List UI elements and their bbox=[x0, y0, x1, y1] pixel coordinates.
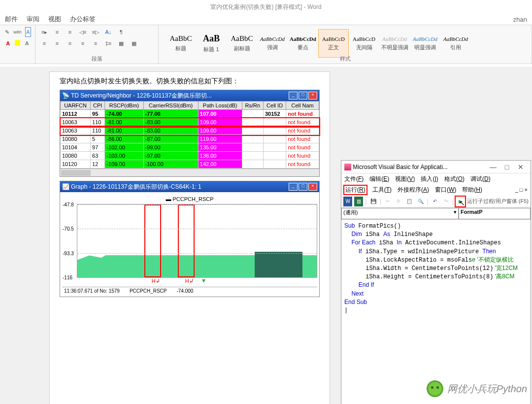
highlight-icon[interactable] bbox=[15, 40, 20, 46]
vba-menu-item[interactable]: 窗口(W) bbox=[435, 186, 456, 194]
col-header[interactable]: Cell Nam bbox=[286, 101, 319, 110]
restore-icon[interactable]: _ bbox=[515, 187, 520, 193]
table-row[interactable]: 10063110-81.00-83.00109.00not found bbox=[61, 127, 319, 135]
copy-icon[interactable]: ⎘ bbox=[394, 197, 403, 206]
vba-app-icon bbox=[344, 164, 351, 170]
format-painter-icon[interactable]: ✎ bbox=[4, 27, 10, 37]
table-row[interactable]: 100805-86.00-87.00119.00not found bbox=[61, 135, 319, 143]
table-row[interactable]: 1010497-102.00-99.00135.00not found bbox=[61, 143, 319, 152]
undo-icon[interactable]: ↶ bbox=[431, 197, 439, 206]
menu-office-tabs[interactable]: 办公标签 bbox=[70, 15, 96, 24]
col-header[interactable]: CarrierRSSI(dBm) bbox=[143, 101, 198, 110]
chart-plot: H↲ H↲ ▾ -47.8-70.5-93.3-116 bbox=[77, 204, 317, 278]
paste-icon[interactable]: 📋 bbox=[405, 197, 414, 206]
vba-menubar-2: 运行(R)工具(T)外接程序(A)窗口(W)帮助(H)_ □ × bbox=[341, 184, 531, 195]
document-page: 室内站点切换时发生切换失败。切换失败的信息如下列图： 📡 TD Serverin… bbox=[49, 71, 330, 404]
word-icon[interactable]: W bbox=[343, 197, 352, 206]
style-无间隔[interactable]: AaBbCcD无间隔 bbox=[349, 29, 379, 58]
col-header[interactable]: Cell ID bbox=[263, 101, 286, 110]
vba-menu-item[interactable]: 运行(R) bbox=[344, 186, 366, 194]
align-center-icon[interactable]: ≡ bbox=[52, 38, 62, 48]
sort-icon[interactable]: A↓ bbox=[103, 27, 113, 37]
char-border-icon[interactable]: A bbox=[25, 27, 31, 37]
vba-menu-item[interactable]: 调试(D) bbox=[470, 175, 491, 183]
style-正文[interactable]: AaBbCcD正文 bbox=[318, 29, 349, 58]
redo-icon[interactable]: ↷ bbox=[441, 197, 450, 206]
vba-menu-item[interactable]: 视图(V) bbox=[395, 175, 415, 183]
embed1-titlebar: 📡 TD Servering/Neighbor - 1226-101137金鹏俱… bbox=[60, 90, 319, 101]
char-shading-icon[interactable]: A bbox=[23, 38, 31, 48]
close-icon[interactable]: × bbox=[308, 92, 317, 100]
close-icon[interactable]: ✕ bbox=[514, 163, 528, 171]
close-icon[interactable]: × bbox=[308, 183, 317, 191]
vba-menu-item[interactable]: 文件(F) bbox=[344, 175, 364, 183]
style-明显强调[interactable]: AaBbCcDd明显强调 bbox=[410, 29, 440, 58]
minimize-icon[interactable]: _ bbox=[289, 183, 298, 191]
table-row[interactable]: 1008063-103.00-97.00136.00not found bbox=[61, 152, 319, 160]
maximize-icon[interactable]: □ bbox=[299, 92, 307, 100]
vba-menu-item[interactable]: 格式(O) bbox=[444, 175, 465, 183]
cut-icon[interactable]: ✂ bbox=[383, 197, 392, 206]
col-header[interactable]: Path Loss(dB) bbox=[198, 101, 242, 110]
col-header[interactable]: CPI bbox=[91, 101, 105, 110]
style-不明显强调[interactable]: AaBbCcDd不明显强调 bbox=[379, 29, 410, 58]
marker-label-1: H↲ bbox=[152, 278, 160, 284]
max-icon[interactable]: □ bbox=[520, 187, 525, 193]
shading-icon[interactable]: ▦ bbox=[116, 38, 126, 48]
maximize-icon[interactable]: □ bbox=[299, 183, 307, 191]
paragraph-label: 段落 bbox=[35, 55, 158, 63]
multilevel-icon[interactable]: ≡ bbox=[65, 27, 75, 37]
inc-indent-icon[interactable]: ≡▷ bbox=[91, 27, 100, 37]
minimize-icon[interactable]: — bbox=[486, 163, 500, 171]
menu-view[interactable]: 视图 bbox=[48, 15, 61, 24]
minimize-icon[interactable]: _ bbox=[289, 92, 298, 100]
y-tick: -116 bbox=[63, 275, 72, 280]
style-标题 1[interactable]: AaB标题 1 bbox=[196, 29, 227, 58]
col-header[interactable]: Rs/Rn bbox=[242, 101, 263, 110]
close-icon[interactable]: × bbox=[525, 187, 528, 193]
borders-icon[interactable]: ▦ bbox=[129, 38, 139, 48]
marker-label-2: H↲ bbox=[185, 278, 194, 284]
save-icon[interactable]: 💾 bbox=[369, 197, 378, 206]
y-tick: -93.3 bbox=[63, 250, 74, 256]
show-marks-icon[interactable]: ¶ bbox=[116, 27, 126, 37]
style-副标题[interactable]: AaBbC副标题 bbox=[227, 29, 257, 58]
phonetic-guide-icon[interactable]: wén bbox=[13, 27, 22, 37]
menu-review[interactable]: 审阅 bbox=[27, 15, 39, 24]
run-button[interactable]: ▶↖ bbox=[456, 197, 465, 206]
code-editor[interactable]: Sub FormatPics() Dim iSha As InlineShape… bbox=[341, 220, 531, 404]
maximize-icon[interactable]: □ bbox=[500, 163, 514, 171]
vba-menu-item[interactable]: 工具(T) bbox=[372, 186, 392, 194]
align-left-icon[interactable]: ≡ bbox=[39, 38, 49, 48]
vba-menubar: 文件(F)编辑(E)视图(V)插入(I)格式(O)调试(D) bbox=[341, 173, 531, 184]
dec-indent-icon[interactable]: ◁≡ bbox=[78, 27, 88, 37]
vba-menu-item[interactable]: 插入(I) bbox=[421, 175, 438, 183]
col-header[interactable]: RSCP(dBm) bbox=[105, 101, 143, 110]
vba-menu-item[interactable]: 编辑(E) bbox=[369, 175, 389, 183]
proc-combo[interactable]: FormatP bbox=[459, 208, 531, 219]
font-color-icon[interactable]: A bbox=[4, 38, 12, 48]
find-icon[interactable]: 🔍 bbox=[416, 197, 425, 206]
style-强调[interactable]: AaBbCcDd强调 bbox=[257, 29, 288, 58]
table-row[interactable]: 1011295-74.00-77.00107.0030152not found bbox=[61, 110, 319, 118]
numbering-icon[interactable]: ≡ bbox=[52, 27, 62, 37]
justify-icon[interactable]: ≡ bbox=[78, 38, 88, 48]
menu-mail[interactable]: 邮件 bbox=[5, 15, 18, 24]
style-要点[interactable]: AaBbCcDd要点 bbox=[288, 29, 318, 58]
hscrollbar[interactable] bbox=[60, 168, 319, 176]
vba-titlebar[interactable]: Microsoft Visual Basic for Applicati... … bbox=[341, 161, 531, 173]
align-right-icon[interactable]: ≡ bbox=[65, 38, 75, 48]
style-标题[interactable]: AaBbC标题 bbox=[166, 29, 196, 58]
line-spacing-icon[interactable]: ‡≡ bbox=[103, 38, 113, 48]
col-header[interactable]: UARFCN bbox=[61, 101, 91, 110]
style-引用[interactable]: AaBbCcDd引用 bbox=[440, 29, 471, 58]
table-row[interactable]: 10063110-81.00-83.00109.00not found bbox=[61, 118, 319, 127]
vba-window: Microsoft Visual Basic for Applicati... … bbox=[341, 160, 531, 404]
distributed-icon[interactable]: ≡ bbox=[91, 38, 100, 48]
excel-icon[interactable]: ▥ bbox=[354, 197, 363, 206]
object-combo[interactable]: (通用)▾ bbox=[341, 208, 459, 219]
table-row[interactable]: 1012012-109.00-100.00142.00not found bbox=[61, 160, 319, 168]
vba-menu-item[interactable]: 外接程序(A) bbox=[398, 186, 429, 194]
bullets-icon[interactable]: ≡▸ bbox=[39, 27, 49, 37]
vba-menu-item[interactable]: 帮助(H) bbox=[462, 186, 482, 194]
